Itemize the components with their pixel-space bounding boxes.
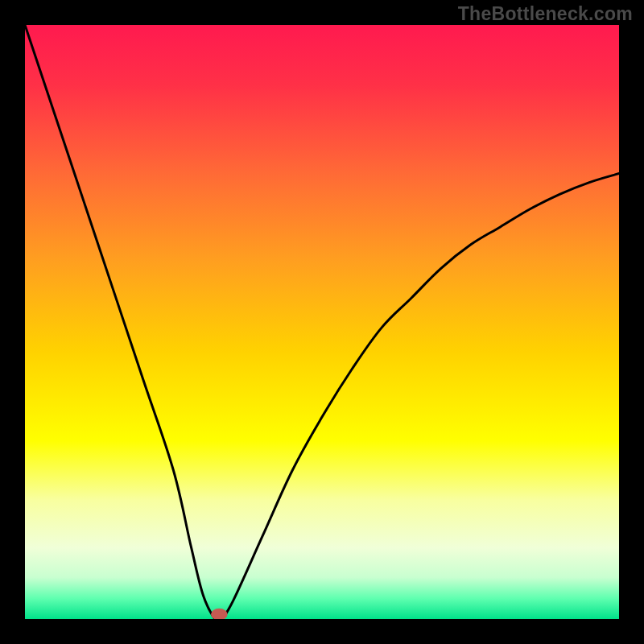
gradient-background [25, 25, 619, 619]
chart-svg [25, 25, 619, 619]
watermark-text: TheBottleneck.com [458, 3, 633, 25]
plot-area [25, 25, 619, 619]
chart-frame: TheBottleneck.com [0, 0, 644, 644]
